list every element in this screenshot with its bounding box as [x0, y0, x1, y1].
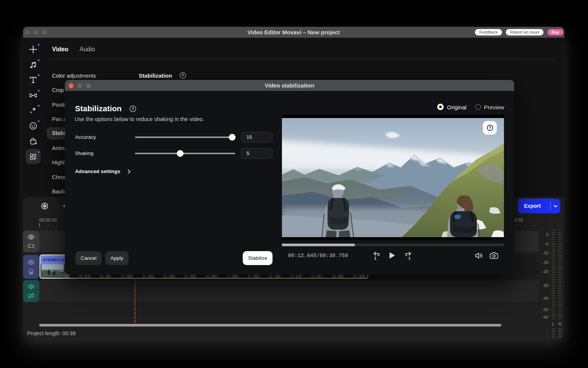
svg-text:?: ? [489, 126, 491, 130]
svg-text:?: ? [182, 73, 184, 78]
svg-text:1: 1 [374, 256, 377, 261]
svg-text:1: 1 [408, 256, 411, 261]
svg-text:?: ? [132, 107, 134, 111]
